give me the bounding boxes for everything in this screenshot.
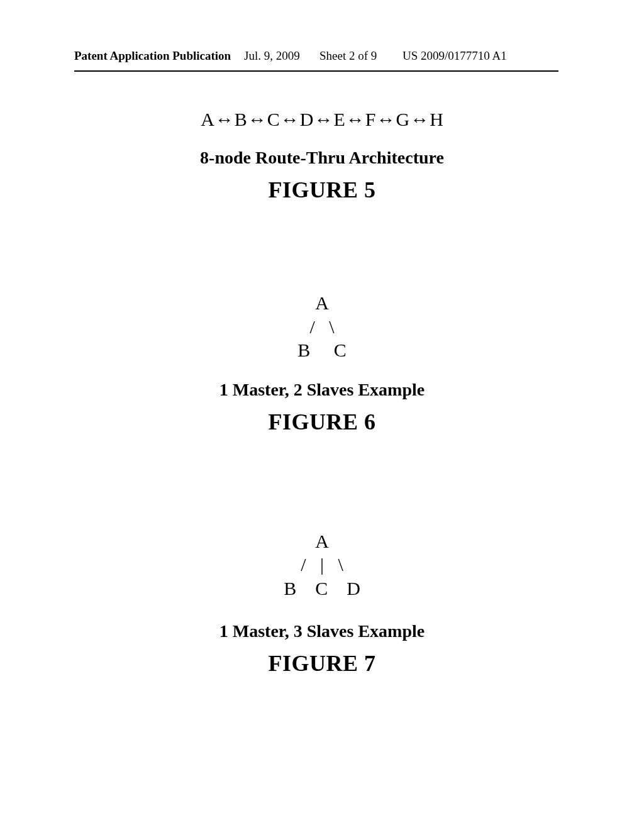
- header-pubno: US 2009/0177710 A1: [402, 49, 507, 63]
- figure-6-label: FIGURE 6: [0, 409, 644, 435]
- node-f: F: [365, 109, 376, 130]
- node-c: C: [267, 109, 280, 130]
- header-publication: Patent Application Publication: [74, 49, 231, 63]
- figure-5-caption: 8-node Route-Thru Architecture: [0, 148, 644, 168]
- tree-row-edges: / \: [297, 315, 347, 339]
- node-h: H: [430, 109, 443, 130]
- double-arrow-icon: ↔: [247, 109, 267, 130]
- node-g: G: [396, 109, 410, 130]
- header-rule: [74, 70, 558, 72]
- figure-7-caption: 1 Master, 3 Slaves Example: [0, 621, 644, 641]
- figure-5-label: FIGURE 5: [0, 177, 644, 203]
- double-arrow-icon: ↔: [376, 109, 396, 130]
- figure-5: A ↔ B ↔ C ↔ D ↔ E ↔ F ↔ G ↔ H 8-node Rou…: [0, 109, 644, 203]
- double-arrow-icon: ↔: [409, 109, 430, 130]
- tree-row-leaves: B C: [297, 338, 347, 362]
- tree-row-edges: / | \: [284, 553, 360, 577]
- figure-7-tree: A / | \ B C D: [284, 529, 360, 600]
- node-e: E: [334, 109, 345, 130]
- double-arrow-icon: ↔: [280, 109, 300, 130]
- figure-7: A / | \ B C D 1 Master, 3 Slaves Example…: [0, 529, 644, 677]
- double-arrow-icon: ↔: [214, 109, 235, 130]
- figure-6: A / \ B C 1 Master, 2 Slaves Example FIG…: [0, 291, 644, 435]
- header-sheet: Sheet 2 of 9: [319, 49, 377, 63]
- figure-6-caption: 1 Master, 2 Slaves Example: [0, 380, 644, 400]
- page: Patent Application Publication Jul. 9, 2…: [0, 0, 644, 830]
- node-d: D: [300, 109, 314, 130]
- tree-row-leaves: B C D: [284, 577, 360, 600]
- figure-6-tree: A / \ B C: [297, 291, 347, 362]
- figure-7-label: FIGURE 7: [0, 650, 644, 677]
- node-a: A: [201, 109, 214, 130]
- header-date: Jul. 9, 2009: [244, 49, 300, 63]
- figure-5-chain: A ↔ B ↔ C ↔ D ↔ E ↔ F ↔ G ↔ H: [201, 109, 443, 130]
- double-arrow-icon: ↔: [314, 109, 334, 130]
- tree-row-top: A: [297, 291, 347, 315]
- double-arrow-icon: ↔: [345, 109, 365, 130]
- tree-row-top: A: [284, 529, 360, 553]
- node-b: B: [235, 109, 247, 130]
